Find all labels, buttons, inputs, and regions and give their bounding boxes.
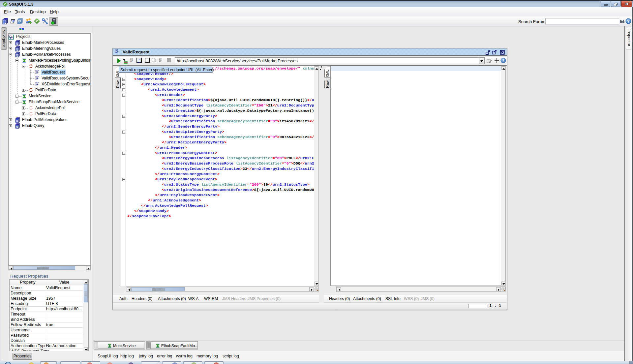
svg-text:?: ? <box>627 19 629 24</box>
svg-text:?: ? <box>502 59 504 63</box>
